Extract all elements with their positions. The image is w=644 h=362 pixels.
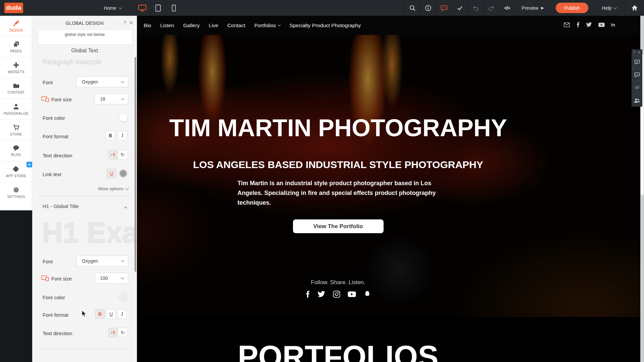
facebook-icon[interactable]	[576, 22, 580, 28]
tablet-view-button[interactable]	[150, 0, 166, 16]
linkedin-icon[interactable]: in	[611, 22, 615, 28]
font-size-dropdown[interactable]: 18	[95, 94, 128, 104]
facebook-icon[interactable]	[305, 291, 310, 298]
h1-font-color-swatch[interactable]	[119, 293, 128, 301]
people-icon	[634, 98, 640, 103]
rtl-arrow: ◂	[123, 153, 125, 156]
panel-close-icon[interactable]: ✕	[129, 20, 133, 26]
undo-button[interactable]	[467, 0, 483, 16]
ltr-direction-button[interactable]: ▸ ¶	[108, 150, 118, 159]
link-underline-button[interactable]: U	[107, 169, 116, 178]
hero-description[interactable]: Tim Martin is an industrial style produc…	[238, 178, 439, 208]
toolbar-close-icon[interactable]: ✕	[638, 50, 641, 55]
sidebar-item-personalize[interactable]: PERSONALIZE	[0, 99, 32, 120]
h1-text-direction-label: Text direction	[43, 330, 72, 336]
duda-logo[interactable]: duda	[4, 3, 23, 13]
add-comment-button[interactable]	[632, 56, 642, 68]
mobile-icon	[171, 4, 176, 12]
youtube-icon[interactable]	[348, 291, 356, 297]
font-value: Oxygen	[82, 79, 98, 85]
assistant-chat-button[interactable]	[436, 0, 452, 16]
more-options-link[interactable]: More options	[98, 186, 128, 191]
panel-help-icon[interactable]: ?	[123, 20, 126, 25]
hide-comments-button[interactable]	[632, 81, 642, 94]
site-nav-specialty[interactable]: Specialty Product Photography	[289, 22, 361, 29]
site-nav-bio[interactable]: Bio	[144, 22, 151, 29]
puzzle-icon	[13, 165, 20, 172]
link-color-swatch[interactable]	[119, 169, 128, 178]
site-nav-live[interactable]: Live	[209, 22, 218, 29]
rtl-direction-button[interactable]: ¶ ◂	[118, 150, 128, 159]
sidebar-item-label: PERSONALIZE	[4, 112, 29, 115]
font-dropdown[interactable]: Oxygen	[77, 76, 128, 87]
sidebar-item-widgets[interactable]: WIDGETS	[0, 57, 32, 78]
snapchat-icon[interactable]	[363, 291, 371, 298]
global-text-heading: Global Text	[32, 48, 137, 54]
page-selector[interactable]: Home	[91, 0, 134, 16]
h1-rtl-direction-button[interactable]: ¶ ◂	[118, 328, 128, 337]
sidebar-item-blog[interactable]: BLOG	[0, 141, 32, 161]
h1-ltr-direction-button[interactable]: ▸ ¶	[108, 328, 118, 337]
chevron-down-icon	[126, 187, 129, 190]
publish-button[interactable]: Publish	[556, 3, 589, 13]
sidebar-item-settings[interactable]: SETTINGS	[0, 182, 32, 203]
devices-icon	[41, 96, 49, 102]
search-button[interactable]	[404, 0, 420, 16]
page-selector-label: Home	[104, 5, 116, 11]
sidebar-item-pages[interactable]: PAGES	[0, 37, 32, 57]
email-icon[interactable]	[564, 22, 570, 27]
font-size-label: Font size	[51, 97, 72, 102]
comments-button[interactable]	[632, 68, 642, 81]
youtube-icon[interactable]	[598, 22, 605, 27]
site-nav-gallery[interactable]: Gallery	[183, 22, 200, 29]
h1-font-size-value: 100	[100, 275, 108, 281]
sidebar-item-label: DESIGN	[9, 29, 23, 32]
publish-area: Publish	[550, 0, 593, 16]
h1-font-size-dropdown[interactable]: 100	[95, 273, 128, 283]
view-portfolio-button[interactable]: View The Portfolio	[293, 219, 384, 233]
info-button[interactable]	[420, 0, 436, 16]
sidebar-item-label: CONTENT	[7, 91, 24, 94]
play-icon: ▶	[541, 6, 544, 10]
sidebar-item-label: STORE	[10, 133, 22, 136]
h1-bold-button[interactable]: B	[95, 309, 105, 319]
sidebar-item-store[interactable]: STORE	[0, 120, 32, 141]
h1-italic-button[interactable]: I	[117, 309, 127, 319]
font-color-swatch[interactable]	[119, 113, 128, 122]
italic-button[interactable]: I	[118, 131, 127, 140]
help-menu[interactable]: Help	[593, 0, 625, 16]
site-nav-portfolios[interactable]: Portfolios	[254, 22, 281, 29]
plus-icon	[13, 62, 19, 68]
toolbar-help-icon[interactable]: ?	[633, 50, 635, 54]
instagram-icon[interactable]	[333, 291, 340, 298]
desktop-view-button[interactable]	[134, 0, 150, 16]
collapse-chevron-icon[interactable]	[124, 207, 128, 210]
site-nav-listen[interactable]: Listen	[160, 22, 174, 29]
speech-bubble-icon	[13, 145, 19, 151]
h1-font-dropdown[interactable]: Oxygen	[77, 256, 128, 266]
save-check-button[interactable]	[452, 0, 467, 16]
pilcrow-icon: ¶	[121, 152, 123, 157]
home-icon	[631, 5, 638, 11]
eye-slash-icon	[634, 85, 640, 90]
site-nav-contact[interactable]: Contact	[227, 22, 245, 29]
pages-icon	[13, 41, 19, 48]
font-size-value: 18	[100, 96, 105, 102]
chevron-down-icon	[614, 6, 617, 9]
dev-mode-button[interactable]: </>	[499, 0, 515, 16]
sidebar-item-design[interactable]: DESIGN	[0, 16, 32, 37]
sidebar-item-app-store[interactable]: ★ APP STORE	[0, 161, 32, 182]
collaborators-button[interactable]	[632, 94, 642, 107]
panel-scrollbar-thumb[interactable]	[135, 57, 136, 272]
h1-underline-button[interactable]: U	[106, 309, 116, 319]
mobile-view-button[interactable]	[166, 0, 182, 16]
bold-button[interactable]: B	[106, 131, 115, 140]
twitter-icon[interactable]	[317, 291, 326, 298]
redo-button[interactable]	[483, 0, 499, 16]
sidebar-item-content[interactable]: CONTENT	[0, 78, 32, 99]
h1-font-color-label: Font color	[43, 295, 65, 300]
dashboard-home-button[interactable]	[625, 0, 644, 16]
preview-button[interactable]: Preview ▶	[515, 0, 550, 16]
chevron-down-icon	[121, 259, 125, 262]
twitter-icon[interactable]	[586, 22, 592, 27]
